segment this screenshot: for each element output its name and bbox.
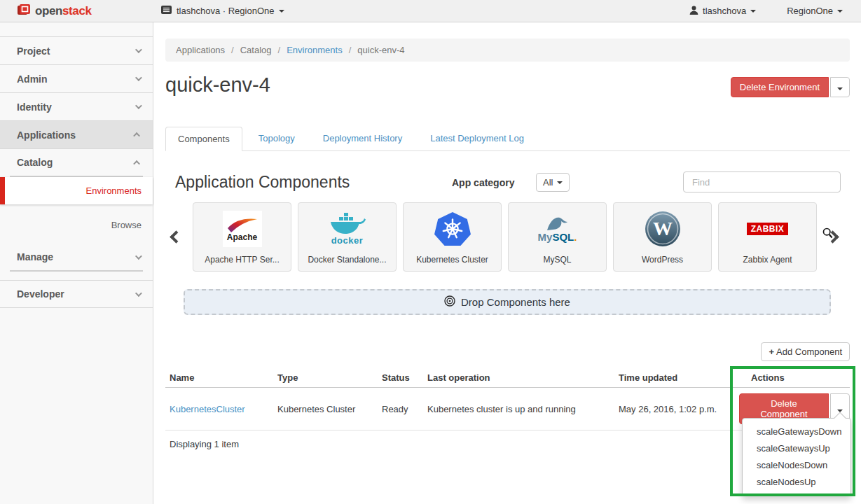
- tile-zabbix[interactable]: ZABBIX Zabbix Agent: [718, 202, 817, 272]
- carousel-wrap: Apache Apache HTTP Ser...: [165, 202, 850, 272]
- sidebar-item-label: Identity: [17, 102, 52, 113]
- delete-environment-caret-button[interactable]: [830, 77, 850, 97]
- wordpress-logo-icon: W: [645, 209, 681, 248]
- sidebar-item-developer[interactable]: Developer: [0, 280, 153, 308]
- panel-title: Application Components: [175, 173, 350, 192]
- table-header-row: Name Type Status Last operation Time upd…: [165, 367, 850, 388]
- openstack-logo[interactable]: openstack: [0, 4, 147, 19]
- row-actions-dropdown-menu: scaleGatewaysDown scaleGatewaysUp scaleN…: [742, 418, 851, 496]
- column-header-time-updated: Time updated: [614, 367, 747, 388]
- sidebar-item-manage[interactable]: Manage: [0, 244, 153, 270]
- tile-wordpress[interactable]: W WordPress: [613, 202, 712, 272]
- tile-apache[interactable]: Apache Apache HTTP Ser...: [193, 202, 291, 272]
- context-switcher-label: tlashchova · RegionOne: [177, 6, 274, 16]
- breadcrumb-separator: /: [349, 45, 352, 55]
- navbar-right: tlashchova RegionOne: [689, 6, 861, 17]
- delete-environment-button[interactable]: Delete Environment: [731, 77, 829, 97]
- tile-name: MySQL: [543, 255, 571, 265]
- add-component-row: +Add Component: [165, 342, 850, 361]
- mysql-logo-text-sql: SQL: [552, 231, 574, 243]
- tile-kubernetes[interactable]: Kubernetes Cluster: [403, 202, 502, 272]
- sidebar-item-applications[interactable]: Applications: [0, 121, 153, 149]
- breadcrumb: Applications / Catalog / Environments / …: [165, 38, 850, 62]
- tile-name: Apache HTTP Ser...: [205, 255, 280, 265]
- column-header-last-operation: Last operation: [423, 367, 614, 388]
- sidebar-item-environments[interactable]: Environments: [0, 177, 153, 204]
- user-name: tlashchova: [703, 6, 746, 16]
- region-menu[interactable]: RegionOne: [787, 6, 843, 16]
- menu-item-scale-gateways-up[interactable]: scaleGatewaysUp: [743, 440, 850, 457]
- apache-logo-icon: Apache: [223, 209, 262, 248]
- menu-item-scale-gateways-down[interactable]: scaleGatewaysDown: [743, 424, 850, 440]
- breadcrumb-current: quick-env-4: [357, 45, 404, 55]
- screen: openstack tlashchova · RegionOne: [0, 0, 861, 504]
- breadcrumb-separator: /: [278, 45, 281, 55]
- sidebar-item-browse[interactable]: Browse: [0, 214, 153, 235]
- apache-logo-text: Apache: [227, 232, 257, 242]
- tab-components[interactable]: Components: [165, 127, 242, 151]
- column-header-status: Status: [378, 367, 423, 388]
- component-name-link[interactable]: KubernetesCluster: [170, 404, 245, 414]
- mysql-logo-text-my: My: [538, 231, 553, 243]
- kubernetes-logo-icon: [434, 209, 471, 248]
- sidebar-item-label: Browse: [111, 220, 142, 230]
- sidebar-top-strip: [0, 22, 153, 37]
- chevron-down-icon: [135, 253, 142, 260]
- sidebar: Project Admin Identity Applications Cata…: [0, 22, 153, 504]
- title-row: quick-env-4 Delete Environment: [165, 73, 850, 97]
- carousel-prev-button[interactable]: [170, 230, 182, 243]
- drop-components-zone[interactable]: Drop Components here: [184, 289, 831, 315]
- sidebar-item-label: Applications: [17, 130, 76, 141]
- top-navbar: openstack tlashchova · RegionOne: [0, 0, 861, 22]
- component-status: Ready: [378, 388, 423, 430]
- mysql-logo-icon: MySQL.: [538, 209, 577, 248]
- components-table: Name Type Status Last operation Time upd…: [165, 367, 850, 430]
- chevron-down-icon: [135, 74, 142, 81]
- delete-environment-button-group: Delete Environment: [731, 77, 850, 97]
- column-header-name: Name: [165, 367, 273, 388]
- page-title: quick-env-4: [165, 73, 270, 97]
- zabbix-logo-icon: ZABBIX: [747, 209, 789, 248]
- menu-item-scale-nodes-down[interactable]: scaleNodesDown: [743, 457, 850, 474]
- brand-wordmark: openstack: [35, 4, 92, 18]
- tab-deployment-history[interactable]: Deployment History: [311, 127, 414, 151]
- add-component-button[interactable]: +Add Component: [761, 342, 850, 361]
- tile-docker[interactable]: docker Docker Standalone...: [298, 202, 397, 272]
- sidebar-item-project[interactable]: Project: [0, 37, 153, 65]
- user-menu[interactable]: tlashchova: [689, 6, 756, 17]
- sidebar-item-label: Project: [17, 46, 50, 57]
- breadcrumb-environments-link[interactable]: Environments: [287, 45, 342, 55]
- chevron-down-icon: [135, 290, 142, 297]
- breadcrumb-separator: /: [231, 45, 234, 55]
- chevron-down-icon: [135, 46, 142, 53]
- tiles: Apache Apache HTTP Ser...: [193, 202, 817, 272]
- sidebar-item-admin[interactable]: Admin: [0, 65, 153, 93]
- tab-latest-deployment-log[interactable]: Latest Deployment Log: [418, 127, 536, 151]
- menu-item-scale-nodes-up[interactable]: scaleNodesUp: [743, 474, 850, 491]
- app-category-dropdown[interactable]: All: [536, 173, 570, 192]
- find-input[interactable]: [683, 172, 841, 192]
- tab-topology[interactable]: Topology: [247, 127, 307, 151]
- docker-logo-text: docker: [331, 235, 364, 246]
- chevron-up-icon: [133, 160, 140, 167]
- breadcrumb-applications: Applications: [176, 45, 225, 55]
- project-region-switcher[interactable]: tlashchova · RegionOne: [161, 6, 284, 16]
- zabbix-logo-text: ZABBIX: [747, 223, 789, 235]
- sidebar-item-catalog[interactable]: Catalog: [0, 149, 153, 176]
- user-icon: [689, 6, 698, 17]
- table-row: KubernetesCluster Kubernetes Cluster Rea…: [165, 388, 850, 430]
- project-list-icon: [161, 6, 172, 16]
- chevron-down-icon: [557, 181, 563, 184]
- tile-name: Zabbix Agent: [743, 255, 792, 265]
- tab-bar: Components Topology Deployment History L…: [165, 127, 850, 151]
- wordpress-logo-letter: W: [653, 218, 673, 239]
- sidebar-item-label: Admin: [17, 74, 48, 85]
- component-last-operation: Kubernetes cluster is up and running: [423, 388, 614, 430]
- tile-name: Docker Standalone...: [308, 255, 386, 265]
- tile-mysql[interactable]: MySQL. MySQL: [508, 202, 607, 272]
- sidebar-item-identity[interactable]: Identity: [0, 93, 153, 121]
- components-carousel: Apache Apache HTTP Ser...: [165, 202, 850, 272]
- region-name: RegionOne: [787, 6, 833, 16]
- chevron-down-icon: [279, 10, 284, 13]
- tile-name: Kubernetes Cluster: [416, 255, 488, 265]
